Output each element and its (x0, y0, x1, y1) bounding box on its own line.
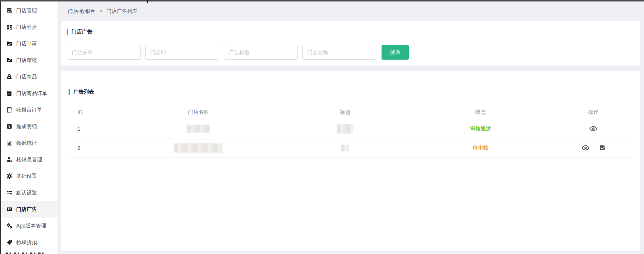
redacted-store-name (174, 143, 222, 153)
folder-check-icon (6, 40, 13, 47)
breadcrumb-item-current: 门店广告列表 (107, 8, 137, 14)
breadcrumb-item-parent[interactable]: 门店-收银台 (68, 8, 95, 14)
table-row: 1审核通过 (69, 119, 633, 138)
ad-table-header: ID门店名称标题状态操作 (69, 105, 633, 119)
yen-square-icon (6, 123, 13, 130)
store-owner-id-input[interactable] (67, 45, 141, 60)
sidebar-item-label: 门店审核 (16, 57, 37, 64)
breadcrumb-separator: > (100, 8, 102, 14)
ad-badge-icon: AD (6, 206, 13, 212)
cell-id: 2 (69, 145, 114, 151)
sidebar-item-label: 门店商品订单 (16, 90, 47, 97)
sidebar-item-store-ads[interactable]: AD门店广告 (1, 201, 58, 218)
sidebar-item-label: 基础设置 (16, 173, 37, 180)
sidebar-menu: 门店管理门店分类门店申请门店审核门店商品门店商品订单收银台订单提成明细数据统计核… (1, 2, 58, 251)
category-grid-icon (6, 24, 13, 30)
sidebar-item-label: 默认设置 (16, 190, 37, 196)
sidebar-item-data-statistics[interactable]: 数据统计 (1, 135, 58, 151)
view-eye-icon[interactable] (589, 126, 597, 131)
sidebar-item-label: 门店管理 (16, 7, 37, 14)
audit-clipboard-check-icon[interactable] (599, 145, 605, 151)
cell-store-name (114, 125, 283, 133)
cell-actions (554, 126, 633, 131)
sidebar-clipped-item (6, 253, 44, 254)
sidebar-item-store-management[interactable]: 门店管理 (1, 2, 58, 19)
ad-title-input[interactable] (224, 45, 298, 60)
sidebar-item-label: App版本管理 (16, 223, 46, 229)
sidebar-item-store-audit[interactable]: 门店审核 (1, 52, 58, 68)
col-id-header: ID (69, 109, 114, 115)
search-filter-row: 搜索 (67, 45, 635, 60)
status-badge: 待审核 (473, 145, 488, 151)
search-section-title: 门店广告 (67, 28, 635, 36)
bar-chart-icon (6, 140, 13, 146)
redacted-store-name (187, 125, 210, 133)
sidebar-item-app-version[interactable]: App版本管理 (1, 218, 58, 234)
window-top-tick (147, 0, 148, 3)
sidebar-item-cashier-orders[interactable]: 收银台订单 (1, 102, 58, 118)
store-name-input[interactable] (302, 45, 376, 60)
main-content: 门店-收银台 > 门店广告列表 门店广告 搜索 广告列表 ID门店名称标题状态操… (58, 1, 644, 254)
ad-table: ID门店名称标题状态操作 1审核通过2待审核 (69, 105, 633, 158)
list-section-title-text: 广告列表 (73, 89, 94, 95)
breadcrumb: 门店-收银台 > 门店广告列表 (58, 1, 644, 21)
sidebar-item-default-settings[interactable]: 默认设置 (1, 184, 58, 201)
section-title-bar (69, 89, 70, 95)
user-gear-icon (6, 156, 13, 163)
ad-table-body: 1审核通过2待审核 (69, 119, 633, 158)
sidebar-item-label: 门店申请 (16, 40, 37, 47)
sidebar: 门店管理门店分类门店申请门店审核门店商品门店商品订单收银台订单提成明细数据统计核… (0, 1, 58, 254)
sidebar-item-verifier-management[interactable]: 核销员管理 (1, 151, 58, 168)
cell-ad-title (283, 124, 407, 134)
cell-status: 审核通过 (407, 126, 554, 132)
sidebar-item-label: 数据统计 (16, 140, 37, 147)
search-section-title-text: 门店广告 (72, 29, 92, 35)
section-title-bar (67, 29, 68, 35)
window-top-edge (0, 0, 644, 1)
sidebar-item-label: 提成明细 (16, 123, 37, 130)
storefront-icon (6, 7, 13, 14)
sidebar-item-store-application[interactable]: 门店申请 (1, 35, 58, 52)
folder-check-icon (6, 57, 13, 63)
receipt-icon (6, 107, 13, 113)
cell-store-name (114, 143, 283, 153)
sidebar-item-label: 特权折扣 (16, 239, 37, 246)
search-button[interactable]: 搜索 (382, 45, 409, 60)
sidebar-item-basic-settings[interactable]: 基础设置 (1, 168, 58, 184)
col-status-header: 状态 (407, 109, 554, 116)
store-id-input[interactable] (145, 45, 219, 60)
sidebar-item-store-goods[interactable]: 门店商品 (1, 68, 58, 85)
sliders-icon (6, 190, 13, 196)
gears-icon (6, 223, 13, 229)
col-actions-header: 操作 (554, 109, 633, 116)
tag-icon (6, 239, 13, 246)
col-title-header: 标题 (283, 109, 407, 116)
cell-id: 1 (69, 126, 114, 132)
sidebar-item-privilege-discount[interactable]: 特权折扣 (1, 234, 58, 251)
gear-icon (6, 173, 13, 179)
redacted-ad-title (341, 145, 349, 151)
table-row: 2待审核 (69, 138, 633, 158)
clipboard-list-icon (6, 90, 13, 96)
sidebar-item-store-goods-orders[interactable]: 门店商品订单 (1, 85, 58, 102)
view-eye-icon[interactable] (582, 145, 589, 151)
sidebar-item-label: 门店广告 (16, 206, 37, 213)
sidebar-item-commission-details[interactable]: 提成明细 (1, 118, 58, 135)
cell-actions (554, 145, 633, 151)
sidebar-item-label: 门店商品 (16, 74, 37, 80)
redacted-ad-title (337, 124, 353, 134)
status-badge: 审核通过 (470, 126, 491, 132)
ad-list-card: 广告列表 ID门店名称标题状态操作 1审核通过2待审核 (61, 71, 640, 251)
sidebar-item-label: 收银台订单 (16, 107, 42, 113)
bag-check-icon (6, 74, 13, 80)
svg-text:AD: AD (8, 208, 11, 211)
sidebar-item-label: 门店分类 (16, 24, 37, 31)
list-section-title: 广告列表 (69, 88, 633, 96)
sidebar-item-store-category[interactable]: 门店分类 (1, 19, 58, 35)
cell-status: 待审核 (407, 145, 554, 151)
col-store-name-header: 门店名称 (114, 109, 283, 116)
sidebar-item-label: 核销员管理 (16, 156, 42, 163)
ad-search-card: 门店广告 搜索 (61, 21, 640, 66)
cell-ad-title (283, 145, 407, 151)
